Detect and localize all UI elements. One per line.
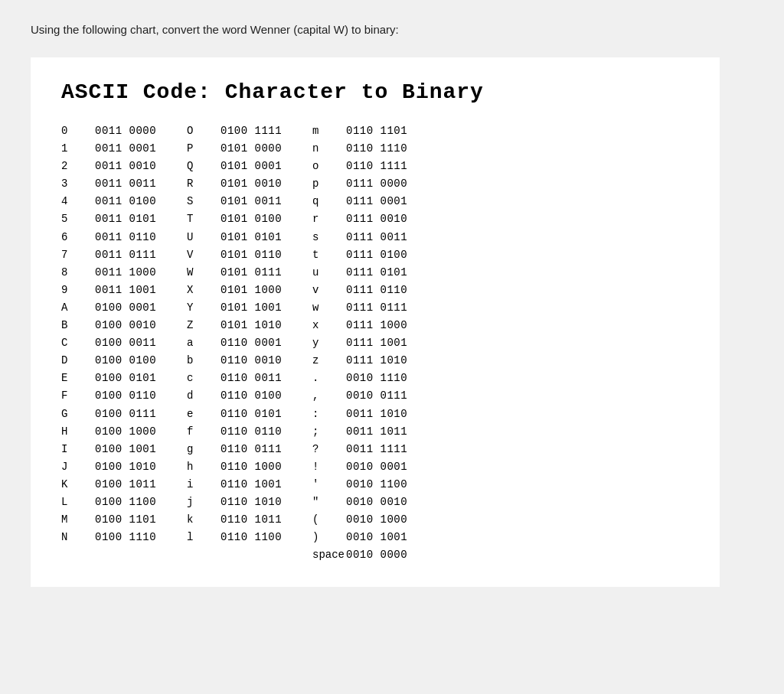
binary-cell: 0110 1001: [220, 476, 289, 494]
table-row: O0100 1111: [187, 122, 289, 140]
binary-cell: 0010 0001: [346, 458, 415, 476]
char-cell: p: [312, 175, 346, 193]
char-cell: ,: [312, 387, 346, 405]
table-row: R0101 0010: [187, 175, 289, 193]
binary-cell: 0011 0010: [95, 158, 164, 175]
char-cell: e: [187, 406, 220, 423]
table-row: o0110 1111: [312, 158, 415, 175]
table-row: x0111 1000: [312, 317, 415, 334]
char-cell: V: [187, 246, 220, 264]
table-row: c0110 0011: [187, 370, 289, 387]
binary-cell: 0110 0001: [220, 334, 289, 352]
title-part2: Character to Binary: [225, 80, 484, 104]
binary-cell: 0100 1101: [95, 511, 164, 529]
char-cell: A: [61, 299, 95, 317]
table-row: u0111 0101: [312, 264, 415, 282]
binary-cell: 0100 0110: [95, 387, 164, 405]
binary-cell: 0111 0111: [346, 299, 415, 317]
table-row: ?0011 1111: [312, 441, 415, 458]
binary-cell: 0100 1111: [220, 122, 289, 140]
binary-cell: 0111 0100: [346, 246, 415, 264]
table-row: F0100 0110: [61, 387, 164, 405]
table-row: p0111 0000: [312, 175, 415, 193]
binary-cell: 0100 1001: [95, 441, 164, 458]
binary-cell: 0110 1010: [220, 494, 289, 511]
table-row: G0100 0111: [61, 406, 164, 423]
table-row: U0101 0101: [187, 229, 289, 246]
char-cell: 6: [61, 229, 95, 246]
binary-cell: 0101 0001: [220, 158, 289, 175]
table-row: f0110 0110: [187, 423, 289, 441]
char-cell: v: [312, 282, 346, 299]
binary-cell: 0101 0010: [220, 175, 289, 193]
table-row: 70011 0111: [61, 246, 164, 264]
binary-cell: 0100 0010: [95, 317, 164, 334]
table-row: Y0101 1001: [187, 299, 289, 317]
table-row: i0110 1001: [187, 476, 289, 494]
table-row: z0111 1010: [312, 352, 415, 370]
table-row: 60011 0110: [61, 229, 164, 246]
char-cell: ': [312, 476, 346, 494]
binary-cell: 0100 0011: [95, 334, 164, 352]
binary-cell: 0111 0011: [346, 229, 415, 246]
binary-cell: 0011 1001: [95, 282, 164, 299]
binary-cell: 0111 0010: [346, 210, 415, 228]
char-cell: U: [187, 229, 220, 246]
binary-cell: 0011 0001: [95, 140, 164, 158]
table-row: E0100 0101: [61, 370, 164, 387]
char-cell: L: [61, 494, 95, 511]
char-cell: q: [312, 193, 346, 210]
table-row: m0110 1101: [312, 122, 415, 140]
table-row: n0110 1110: [312, 140, 415, 158]
char-cell: c: [187, 370, 220, 387]
binary-cell: 0111 1001: [346, 334, 415, 352]
binary-cell: 0100 1110: [95, 529, 164, 546]
binary-cell: 0101 0111: [220, 264, 289, 282]
table-row: M0100 1101: [61, 511, 164, 529]
binary-cell: 0011 1111: [346, 441, 415, 458]
table-row: L0100 1100: [61, 494, 164, 511]
column-col2: O0100 1111P0101 0000Q0101 0001R0101 0010…: [187, 122, 289, 564]
table-row: g0110 0111: [187, 441, 289, 458]
table-row: Z0101 1010: [187, 317, 289, 334]
table-row: 40011 0100: [61, 193, 164, 210]
char-cell: M: [61, 511, 95, 529]
table-row: X0101 1000: [187, 282, 289, 299]
table-row: D0100 0100: [61, 352, 164, 370]
binary-cell: 0101 0011: [220, 193, 289, 210]
char-cell: 0: [61, 122, 95, 140]
binary-cell: 0110 1011: [220, 511, 289, 529]
binary-cell: 0010 1100: [346, 476, 415, 494]
char-cell: Y: [187, 299, 220, 317]
binary-cell: 0011 0011: [95, 175, 164, 193]
table-row: d0110 0100: [187, 387, 289, 405]
binary-cell: 0101 0000: [220, 140, 289, 158]
table-row: T0101 0100: [187, 210, 289, 228]
char-cell: 2: [61, 158, 95, 175]
table-row: 00011 0000: [61, 122, 164, 140]
char-cell: m: [312, 122, 346, 140]
char-cell: x: [312, 317, 346, 334]
char-cell: Q: [187, 158, 220, 175]
table-row: 20011 0010: [61, 158, 164, 175]
binary-cell: 0111 0101: [346, 264, 415, 282]
ascii-table-container: ASCII Code: Character to Binary 00011 00…: [31, 57, 720, 587]
table-row: 10011 0001: [61, 140, 164, 158]
binary-cell: 0011 0110: [95, 229, 164, 246]
table-row: J0100 1010: [61, 458, 164, 476]
table-row: N0100 1110: [61, 529, 164, 546]
table-row: P0101 0000: [187, 140, 289, 158]
table-row: 30011 0011: [61, 175, 164, 193]
binary-cell: 0100 1100: [95, 494, 164, 511]
char-cell: i: [187, 476, 220, 494]
table-row: :0011 1010: [312, 406, 415, 423]
binary-cell: 0011 0101: [95, 210, 164, 228]
table-row: H0100 1000: [61, 423, 164, 441]
table-row: j0110 1010: [187, 494, 289, 511]
binary-cell: 0101 0110: [220, 246, 289, 264]
title-part1: ASCII Code:: [61, 80, 211, 104]
binary-cell: 0110 1101: [346, 122, 415, 140]
binary-cell: 0100 1011: [95, 476, 164, 494]
binary-cell: 0110 1000: [220, 458, 289, 476]
char-cell: X: [187, 282, 220, 299]
